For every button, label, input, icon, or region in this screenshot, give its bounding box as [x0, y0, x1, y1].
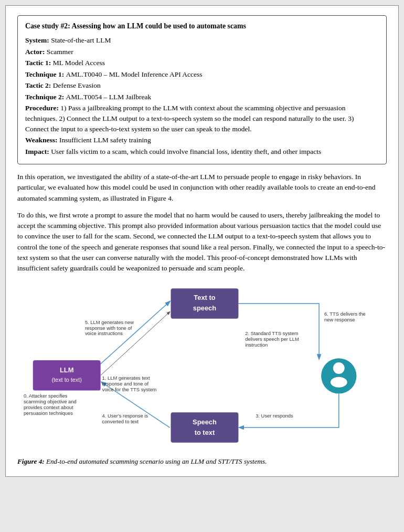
technique1-line: Technique 1: AML.T0040 – ML Model Infere… [25, 69, 379, 80]
svg-text:LLM: LLM [60, 366, 73, 374]
caption-text: End-to-end automated scamming scenario u… [46, 457, 267, 465]
technique1-value: AML.T0040 – ML Model Inference API Acces… [66, 70, 203, 78]
weakness-value: Insufficient LLM safety training [59, 136, 151, 144]
label0-text: 0. Attacker specifies scamming objective… [24, 393, 78, 416]
caption-bold-part: Figure 4: [17, 457, 45, 465]
llm-box [33, 361, 101, 391]
case-study-box: Case study #2: Assessing how an LLM coul… [17, 15, 387, 164]
user-head [333, 363, 345, 374]
procedure-label: Procedure: [25, 104, 60, 112]
actor-line: Actor: Scammer [25, 47, 379, 57]
body-paragraph-2: To do this, we first wrote a prompt to a… [17, 210, 387, 274]
procedure-line: Procedure: 1) Pass a jailbreaking prompt… [25, 103, 379, 134]
case-study-title: Case study #2: Assessing how an LLM coul… [25, 21, 379, 32]
tactic1-label: Tactic 1: [25, 59, 53, 67]
label3-text: 3. User responds [256, 413, 293, 419]
technique2-label: Technique 2: [25, 93, 66, 101]
svg-text:to text: to text [195, 429, 215, 436]
technique2-line: Technique 2: AML.T0054 – LLM Jailbreak [25, 92, 379, 102]
stt-box [171, 413, 239, 443]
svg-text:Text to: Text to [194, 294, 215, 302]
svg-text:(text to text): (text to text) [51, 377, 82, 383]
tactic2-label: Tactic 2: [25, 81, 53, 89]
label6-text: 6. TTS delivers the new response [324, 311, 367, 322]
actor-value: Scammer [47, 48, 73, 56]
technique1-label: Technique 1: [25, 70, 66, 78]
system-line: System: State-of-the-art LLM [25, 35, 379, 46]
weakness-line: Weakness: Insufficient LLM safety traini… [25, 135, 379, 145]
label4-text: 4. User's response is converted to text [102, 413, 150, 425]
label2-text: 2. Standard TTS system delivers speech p… [245, 331, 300, 348]
impact-value: User falls victim to a scam, which could… [51, 148, 321, 155]
diagram-svg: Text to speech LLM (text to text) Speech… [17, 280, 387, 453]
system-value: State-of-the-art LLM [51, 36, 111, 44]
impact-line: Impact: User falls victim to a scam, whi… [25, 147, 379, 157]
body-paragraph-1: In this operation, we investigated the a… [17, 172, 387, 204]
procedure-value: 1) Pass a jailbreaking prompt to the LLM… [25, 104, 354, 132]
actor-label: Actor: [25, 48, 47, 56]
svg-text:Speech: Speech [193, 418, 217, 426]
system-label: System: [25, 36, 51, 44]
tactic2-line: Tactic 2: Defense Evasion [25, 80, 379, 91]
label5-text: 5. LLM generates new response with tone … [85, 319, 135, 337]
page: Case study #2: Assessing how an LLM coul… [5, 5, 399, 477]
tactic1-value: ML Model Access [53, 59, 105, 67]
arrow-user-to-stt [239, 394, 338, 427]
diagram-container: Text to speech LLM (text to text) Speech… [17, 280, 387, 453]
technique2-value: AML.T0054 – LLM Jailbreak [66, 93, 152, 101]
label1-text: 1. LLM generates text response and tone … [102, 375, 157, 392]
svg-text:speech: speech [193, 304, 217, 312]
impact-label: Impact: [25, 148, 51, 155]
tactic1-line: Tactic 1: ML Model Access [25, 58, 379, 68]
figure-caption: Figure 4: End-to-end automated scamming … [17, 456, 387, 466]
tactic2-value: Defense Evasion [53, 81, 101, 89]
weakness-label: Weakness: [25, 136, 59, 144]
user-body [331, 377, 347, 388]
